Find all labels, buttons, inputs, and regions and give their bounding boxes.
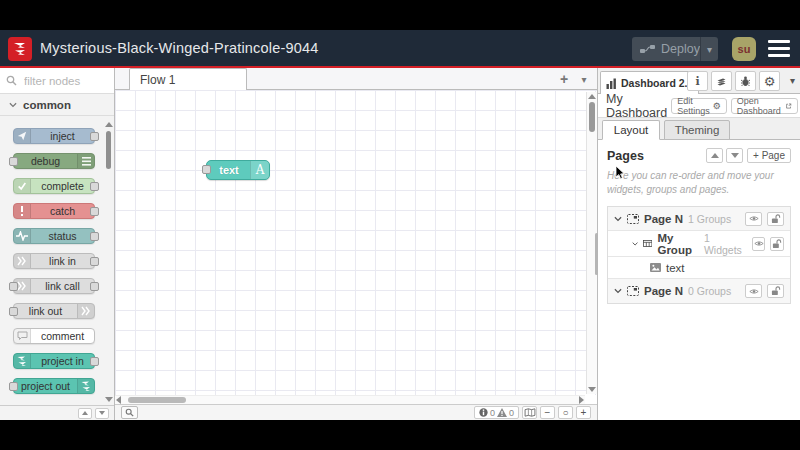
- scroll-up-icon[interactable]: [105, 122, 113, 127]
- toggle-visibility-button[interactable]: [745, 212, 762, 226]
- tree-row-page-1[interactable]: Page N 1 Groups: [608, 207, 790, 231]
- heartbeat-icon: [14, 229, 31, 243]
- page-icon: [627, 286, 639, 296]
- workspace-footer-right: 0 0 − ○ +: [474, 406, 591, 419]
- palette-node-link-out[interactable]: link out: [13, 303, 95, 319]
- toggle-visibility-button[interactable]: [752, 237, 766, 251]
- chevron-down-icon[interactable]: [632, 241, 638, 247]
- palette-node-label: catch: [31, 204, 94, 218]
- palette-collapse-categories-button[interactable]: [78, 408, 92, 419]
- horizontal-scrollbar-thumb[interactable]: [128, 397, 186, 403]
- zoom-reset-icon: ○: [562, 408, 568, 418]
- tab-layout[interactable]: Layout: [602, 120, 660, 140]
- scroll-down-icon[interactable]: [588, 387, 596, 392]
- notification-counts[interactable]: 0 0: [474, 406, 519, 419]
- tree-row-page-2[interactable]: Page N 0 Groups: [608, 279, 790, 303]
- palette-node-project-in[interactable]: project in: [13, 353, 95, 369]
- project-logo-icon: [77, 379, 94, 393]
- layout-tab-label: Layout: [614, 124, 649, 136]
- plus-icon: +: [581, 408, 587, 418]
- navigator-button[interactable]: [522, 406, 537, 419]
- search-flows-button[interactable]: [121, 406, 138, 419]
- palette-node-label: link out: [14, 304, 77, 318]
- gear-icon: ⚙: [713, 101, 721, 111]
- dashboard-header-row: My Dashboard Edit Settings ⚙ Open Dashbo…: [598, 94, 800, 118]
- caret-down-icon: ▾: [707, 44, 712, 55]
- palette-category-common[interactable]: common: [0, 94, 114, 116]
- palette-scrollbar-thumb[interactable]: [106, 131, 111, 169]
- image-icon: [650, 263, 661, 272]
- deploy-button-main: Deploy: [632, 42, 700, 56]
- tab-flow-1[interactable]: Flow 1: [129, 68, 247, 90]
- open-dashboard-button[interactable]: Open Dashboard: [731, 98, 798, 114]
- tree-row-group[interactable]: My Group 1 Widgets: [608, 231, 790, 257]
- zoom-out-button[interactable]: −: [540, 406, 555, 419]
- palette-node-catch[interactable]: catch: [13, 203, 95, 219]
- tab-config[interactable]: ⚙: [759, 71, 780, 91]
- flow-tab-label: Flow 1: [140, 73, 175, 87]
- tab-debug[interactable]: [735, 71, 756, 91]
- palette-scrollbar[interactable]: [105, 122, 113, 402]
- palette-node-link-in[interactable]: link in: [13, 253, 95, 269]
- move-page-down-button[interactable]: [726, 148, 743, 163]
- book-icon: [716, 76, 727, 87]
- tab-help[interactable]: [711, 71, 732, 91]
- add-flow-button[interactable]: +: [553, 71, 575, 87]
- palette-node-inject[interactable]: inject: [13, 128, 95, 144]
- palette-node-status[interactable]: status: [13, 228, 95, 244]
- deploy-dropdown-caret[interactable]: ▾: [700, 37, 718, 61]
- pages-title: Pages: [607, 149, 703, 163]
- toggle-lock-button[interactable]: [767, 284, 784, 298]
- palette-node-link-call[interactable]: link call: [13, 278, 95, 294]
- scroll-down-icon[interactable]: [105, 397, 113, 402]
- main-menu-button[interactable]: [768, 40, 790, 57]
- canvas-horizontal-scrollbar[interactable]: [115, 395, 585, 404]
- flow-canvas[interactable]: text A: [115, 90, 597, 395]
- toggle-lock-button[interactable]: [767, 212, 784, 226]
- tab-info[interactable]: i: [687, 71, 708, 91]
- sidebar-tabbar: Dashboard 2.0 i: [598, 68, 800, 94]
- vertical-scrollbar-thumb[interactable]: [589, 102, 595, 132]
- scroll-left-icon[interactable]: [116, 396, 121, 404]
- move-page-up-button[interactable]: [706, 148, 723, 163]
- unlock-icon: [771, 286, 781, 296]
- info-circle-icon: [479, 408, 488, 417]
- right-sidebar: Dashboard 2.0 i: [597, 68, 800, 420]
- palette-node-label: debug: [14, 154, 77, 168]
- zoom-in-button[interactable]: +: [576, 406, 591, 419]
- node-port: [90, 232, 99, 241]
- palette-node-debug[interactable]: debug: [13, 153, 95, 169]
- chevron-down-icon[interactable]: [614, 216, 622, 222]
- layout-panel: Pages + Page Here you can re-order and m…: [598, 140, 800, 420]
- palette-node-label: link call: [31, 279, 94, 293]
- check-icon: [14, 179, 31, 193]
- palette-node-label: project out: [14, 379, 77, 393]
- filter-nodes-input[interactable]: [22, 74, 100, 88]
- tab-theming[interactable]: Theming: [664, 120, 730, 140]
- help-text: Here you can re-order and move your widg…: [607, 170, 774, 195]
- unlock-icon: [771, 214, 781, 224]
- palette-node-complete[interactable]: complete: [13, 178, 95, 194]
- palette-node-project-out[interactable]: project out: [13, 378, 95, 394]
- page-label: Page N: [644, 213, 683, 225]
- palette-expand-categories-button[interactable]: [95, 408, 109, 419]
- sidebar-tabs-caret[interactable]: ▾: [790, 75, 795, 86]
- canvas-node-text[interactable]: text A: [206, 160, 270, 180]
- add-page-button[interactable]: + Page: [747, 148, 791, 163]
- tree-row-widget-text[interactable]: text: [608, 257, 790, 279]
- toggle-lock-button[interactable]: [770, 237, 784, 251]
- zoom-reset-button[interactable]: ○: [558, 406, 573, 419]
- chevron-down-icon[interactable]: [614, 288, 622, 294]
- screenshot-stage: Mysterious-Black-Winged-Pratincole-9044 …: [0, 0, 800, 450]
- edit-settings-label: Edit Settings: [677, 96, 710, 116]
- user-avatar[interactable]: su: [732, 37, 756, 61]
- edit-settings-button[interactable]: Edit Settings ⚙: [671, 98, 727, 114]
- flow-list-caret[interactable]: ▾: [575, 74, 593, 85]
- scroll-up-icon[interactable]: [588, 94, 596, 99]
- toggle-visibility-button[interactable]: [745, 284, 762, 298]
- palette-node-comment[interactable]: comment: [13, 328, 95, 344]
- sidebar-tab-tools: i: [687, 71, 780, 91]
- sidebar-tab-label: Dashboard 2.0: [621, 77, 693, 89]
- scroll-right-icon[interactable]: [579, 396, 584, 404]
- deploy-button[interactable]: Deploy ▾: [632, 37, 718, 61]
